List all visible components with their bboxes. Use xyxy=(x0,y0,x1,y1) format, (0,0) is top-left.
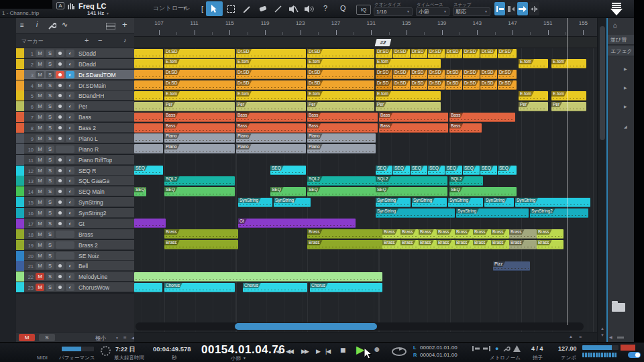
monitor-button[interactable]: ◐ xyxy=(66,262,74,269)
mute-button[interactable]: M xyxy=(36,135,44,142)
track-color-strip[interactable] xyxy=(16,261,24,271)
track-row[interactable]: 14MS◐SEQ Main xyxy=(16,186,134,196)
clip[interactable] xyxy=(134,113,163,122)
clip[interactable] xyxy=(134,272,382,282)
record-button[interactable]: ● xyxy=(374,343,380,355)
record-arm-button[interactable] xyxy=(56,60,64,68)
record-arm-button[interactable] xyxy=(56,113,64,121)
track-color-strip[interactable] xyxy=(16,272,24,282)
clip[interactable]: SEQ xyxy=(463,166,480,175)
record-arm-button[interactable] xyxy=(56,177,64,184)
mute-button[interactable]: M xyxy=(36,262,44,269)
timestretch-button[interactable] xyxy=(529,2,539,15)
clip[interactable]: SEQ xyxy=(134,166,163,175)
track-edit-button[interactable] xyxy=(506,2,517,15)
clip[interactable]: E.tom xyxy=(376,59,441,68)
clip[interactable]: Piano xyxy=(164,144,235,154)
clip[interactable]: SEQ xyxy=(270,166,306,175)
track-row[interactable]: 22MS◐MelodyLine xyxy=(16,272,134,282)
clip[interactable]: Dr.SD xyxy=(498,49,517,58)
track-color-strip[interactable] xyxy=(16,219,24,229)
track-row[interactable]: 17MS◐Gt xyxy=(16,219,134,229)
clip[interactable]: Dr.SD xyxy=(393,49,410,58)
preroll-icon[interactable] xyxy=(472,346,480,351)
track-name[interactable]: SDadd xyxy=(78,50,96,57)
clip[interactable]: Bass xyxy=(236,123,306,133)
horizontal-scrollbar-thumb[interactable] xyxy=(235,323,377,330)
eraser-tool[interactable] xyxy=(255,1,270,16)
clip[interactable]: Dr.SD xyxy=(393,80,410,90)
track-color-strip[interactable] xyxy=(16,133,24,143)
time-seconds-label[interactable]: 秒 xyxy=(172,355,177,361)
clip[interactable]: E.tom xyxy=(236,91,306,101)
clip[interactable]: Dr.SD xyxy=(236,49,306,58)
mute-button[interactable]: M xyxy=(36,92,44,99)
solo-button[interactable]: S xyxy=(46,145,54,153)
track-name[interactable]: Per xyxy=(78,103,87,110)
automation-icon[interactable]: ∿ xyxy=(62,20,68,29)
monitor-button[interactable]: ◐ xyxy=(66,167,74,174)
clip[interactable]: Dr.SD xyxy=(164,80,235,90)
tools-wrench-icon[interactable] xyxy=(48,21,56,30)
track-row[interactable]: 9MS◐Piano L xyxy=(16,133,134,143)
clip[interactable]: Dr.SD xyxy=(307,80,374,90)
clip[interactable]: Bass xyxy=(307,113,378,122)
record-arm-button[interactable] xyxy=(56,209,64,217)
browser-sort-tab[interactable]: 並び替 xyxy=(608,35,634,45)
track-row[interactable]: 20MSSE Noiz xyxy=(16,251,134,261)
mute-button[interactable]: M xyxy=(36,241,44,249)
clip[interactable]: Dr.SD xyxy=(236,70,306,79)
tempo-track-icon[interactable]: ♪ xyxy=(123,37,127,44)
record-arm-button[interactable] xyxy=(56,135,64,142)
track-color-strip[interactable] xyxy=(16,240,24,250)
folder-icon[interactable] xyxy=(612,303,625,312)
track-row[interactable]: 3MS◐Dr.SDandTOM xyxy=(16,70,134,80)
track-name[interactable]: Dr.SDMain xyxy=(78,82,106,89)
solo-button[interactable]: S xyxy=(46,113,54,121)
track-name[interactable]: BDandHH xyxy=(78,93,104,99)
track-color-strip[interactable] xyxy=(16,282,24,292)
clip[interactable]: Brass xyxy=(307,240,382,249)
track-color-strip[interactable] xyxy=(16,90,24,101)
clip[interactable]: Dr.SD xyxy=(307,49,374,58)
clip[interactable] xyxy=(134,283,162,292)
clip[interactable]: Brass xyxy=(382,240,400,249)
metronome-setup-icon[interactable] xyxy=(503,345,511,353)
follow-button[interactable] xyxy=(517,2,528,15)
remove-marker-button[interactable]: − xyxy=(98,36,102,44)
clip[interactable]: E.tom xyxy=(164,91,235,101)
clip[interactable]: Brass xyxy=(382,229,400,239)
nudge-forward-button[interactable]: ▶ xyxy=(316,348,321,355)
macro-q-button[interactable]: Q xyxy=(340,4,346,12)
clip[interactable]: Dr.SD xyxy=(236,80,306,90)
track-row[interactable]: 10MSPiano R xyxy=(16,144,134,154)
clip[interactable]: Bass xyxy=(164,123,235,133)
zoom-menu-icon[interactable]: ≡ xyxy=(579,335,582,339)
loop-end-value[interactable]: 00004.01.01.00 xyxy=(420,352,458,358)
monitor-button[interactable]: ◐ xyxy=(66,188,74,195)
track-name[interactable]: Brass xyxy=(78,231,93,238)
clip[interactable]: Chorus xyxy=(164,283,235,292)
mute-button[interactable]: M xyxy=(36,60,44,68)
clip[interactable]: SEQ xyxy=(376,187,447,196)
clip[interactable]: E.tom xyxy=(551,59,586,68)
list-options-icon[interactable]: ≡ xyxy=(123,335,127,341)
clip[interactable]: SynString xyxy=(448,198,483,207)
metronome-icon[interactable] xyxy=(513,345,521,352)
vertical-scrollbar-thumb[interactable] xyxy=(600,26,605,140)
global-mute-button[interactable]: M xyxy=(19,334,35,341)
clip[interactable]: Brass xyxy=(537,229,564,239)
solo-button[interactable]: S xyxy=(46,262,54,269)
record-arm-button[interactable] xyxy=(56,50,64,57)
clip[interactable]: SQL2 xyxy=(449,176,483,186)
track-name[interactable]: SynString xyxy=(78,199,103,206)
return-to-start-button[interactable]: |◀ xyxy=(325,348,330,355)
clip[interactable]: Per xyxy=(376,102,441,111)
clip[interactable]: Brass xyxy=(537,240,564,249)
record-arm-button[interactable] xyxy=(56,262,64,269)
clip[interactable]: Per xyxy=(307,102,374,111)
solo-button[interactable]: S xyxy=(46,220,54,227)
clip[interactable]: Brass xyxy=(419,229,437,239)
time-signature-value[interactable]: 4 / 4 xyxy=(531,345,543,352)
solo-button[interactable]: S xyxy=(46,209,54,217)
